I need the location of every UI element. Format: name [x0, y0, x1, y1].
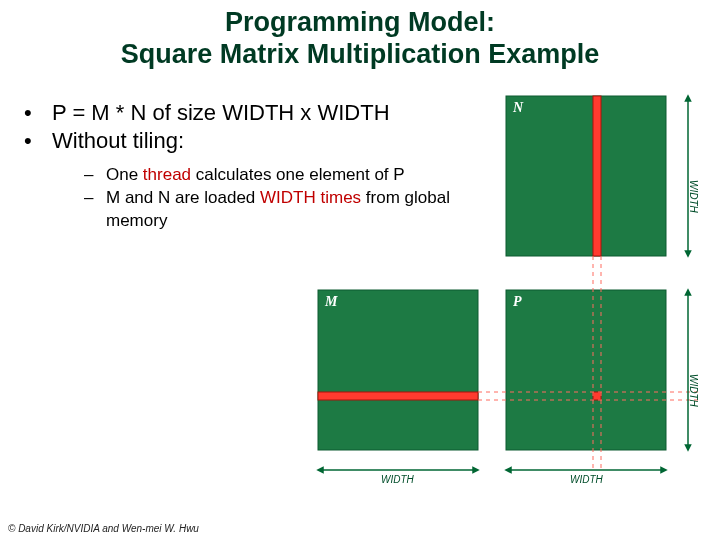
bullet-dot-icon: •	[24, 100, 52, 126]
sub-bullet-2-text: M and N are loaded WIDTH times from glob…	[106, 187, 494, 233]
highlight-width-times: WIDTH times	[260, 188, 361, 207]
diagram: N M P WIDTH WIDTH WIDTH WIDTH	[0, 0, 720, 540]
sub-bullet-1-text: One thread calculates one element of P	[106, 164, 494, 187]
highlight-thread: thread	[143, 165, 191, 184]
svg-rect-4	[506, 290, 666, 450]
svg-rect-0	[506, 96, 666, 256]
svg-rect-2	[318, 290, 478, 450]
dash-icon: –	[84, 164, 106, 187]
bullet-dot-icon: •	[24, 128, 52, 154]
dash-icon: –	[84, 187, 106, 233]
copyright: © David Kirk/NVIDIA and Wen-mei W. Hwu	[8, 523, 199, 534]
width-label-Pb: WIDTH	[570, 474, 604, 485]
slide-title: Programming Model: Square Matrix Multipl…	[0, 6, 720, 71]
sub-bullets: – One thread calculates one element of P…	[84, 164, 494, 233]
bullet-2: •Without tiling:	[24, 128, 494, 154]
svg-rect-5	[593, 392, 601, 400]
M-label: M	[324, 294, 338, 309]
bullet-1-text: P = M * N of size WIDTH x WIDTH	[52, 100, 390, 125]
width-label-N: WIDTH	[688, 180, 699, 214]
sub-bullet-2: – M and N are loaded WIDTH times from gl…	[84, 187, 494, 233]
title-line-1: Programming Model:	[0, 6, 720, 38]
svg-rect-3	[318, 392, 478, 400]
width-label-M: WIDTH	[381, 474, 415, 485]
width-label-P: WIDTH	[688, 374, 699, 408]
bullet-1: •P = M * N of size WIDTH x WIDTH	[24, 100, 494, 126]
N-label: N	[512, 100, 524, 115]
bullet-list: •P = M * N of size WIDTH x WIDTH •Withou…	[24, 100, 494, 233]
bullet-2-text: Without tiling:	[52, 128, 184, 153]
title-line-2: Square Matrix Multiplication Example	[0, 38, 720, 70]
P-label: P	[513, 294, 522, 309]
svg-rect-1	[593, 96, 601, 256]
sub-bullet-1: – One thread calculates one element of P	[84, 164, 494, 187]
